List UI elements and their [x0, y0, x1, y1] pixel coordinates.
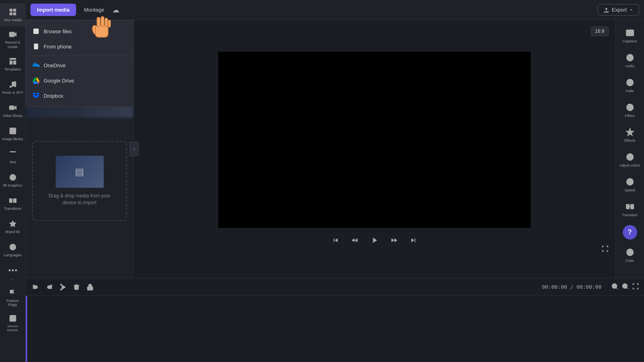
svg-rect-30 — [626, 204, 629, 209]
dropbox-item[interactable]: Dropbox — [26, 88, 133, 103]
weather-icon[interactable]: ☁ — [112, 6, 119, 14]
undo-button[interactable] — [30, 282, 41, 292]
sidebar-item-label-graphics: 88 Graphics — [3, 183, 22, 188]
zoom-out-button[interactable] — [611, 283, 618, 292]
rewind-button[interactable] — [330, 235, 341, 246]
drag-drop-area[interactable]: ▤ Drag & drop media from your device to … — [32, 141, 127, 221]
zoom-controls — [611, 283, 639, 292]
audio-label: Audio — [625, 64, 634, 68]
svg-rect-7 — [13, 60, 16, 64]
fullscreen-button[interactable] — [602, 245, 609, 254]
sidebar-item-label-video: Video library — [3, 114, 23, 118]
svg-rect-10 — [9, 105, 14, 110]
cut-button[interactable] — [58, 282, 68, 292]
speed-label: Speed — [624, 188, 635, 193]
export-button[interactable]: Export — [598, 4, 639, 16]
sidebar-item-text[interactable]: Text — [0, 145, 25, 169]
svg-point-34 — [60, 284, 62, 285]
speed-icon — [625, 177, 635, 187]
fit-timeline-button[interactable] — [632, 283, 639, 292]
audio-icon — [625, 53, 635, 62]
sidebar-item-label-languages: Languages — [4, 253, 22, 257]
sidebar-item-brand-kit[interactable]: Brand kit — [0, 215, 25, 238]
sidebar-item-image-library[interactable]: Image library — [0, 122, 25, 145]
lock-button[interactable] — [85, 282, 95, 292]
onedrive-item[interactable]: OneDrive — [26, 58, 133, 73]
help-button[interactable]: ? — [623, 225, 637, 239]
sidebar-item-label-templates: Templates — [4, 67, 21, 72]
zoom-in-button[interactable] — [622, 283, 629, 292]
sidebar-item-graphics[interactable]: 88 Graphics — [0, 169, 25, 192]
svg-rect-3 — [13, 12, 16, 15]
effects-label: Effects — [624, 139, 635, 143]
sidebar-item-label-your-media: Your media — [4, 18, 22, 22]
svg-point-18 — [12, 269, 14, 271]
right-panel-fade[interactable]: Fade — [616, 73, 644, 98]
svg-point-9 — [14, 85, 16, 87]
right-panel-adjust-colors[interactable]: Adjust colors — [616, 147, 644, 172]
music-icon — [8, 80, 18, 89]
svg-rect-6 — [9, 60, 12, 64]
right-panel-effects[interactable]: Effects — [616, 123, 644, 147]
from-phone-item[interactable]: From phone — [26, 39, 133, 54]
right-panel-color[interactable]: Color — [616, 243, 644, 267]
sidebar-item-music-sfx[interactable]: Music & SFX — [0, 76, 25, 99]
svg-point-8 — [9, 85, 12, 88]
video-preview — [218, 52, 531, 228]
right-panel-transition[interactable]: Transition — [616, 197, 644, 222]
sidebar-item-languages[interactable]: Languages — [0, 238, 25, 261]
text-icon — [8, 149, 18, 159]
play-button[interactable] — [368, 234, 380, 246]
time-separator: / — [570, 284, 577, 290]
right-panel-audio[interactable]: Audio — [616, 48, 644, 73]
graphics-icon — [8, 173, 18, 182]
templates-icon — [8, 56, 18, 66]
top-bar-right: Export — [598, 4, 639, 16]
delete-button[interactable] — [71, 282, 82, 292]
timeline-tracks[interactable] — [26, 296, 644, 362]
sidebar-item-record-create[interactable]: Record & create — [0, 26, 25, 52]
sidebar-item-label-music: Music & SFX — [2, 90, 23, 95]
video-icon — [8, 103, 18, 113]
sidebar-item-label-more: ... — [11, 276, 14, 281]
svg-rect-4 — [9, 32, 14, 37]
svg-rect-1 — [13, 9, 16, 12]
right-panel-speed[interactable]: Speed — [616, 172, 644, 197]
media-thumbnail-icon: ▤ — [75, 166, 84, 177]
brand-icon — [8, 219, 18, 229]
back-frame-button[interactable] — [349, 235, 360, 246]
sidebar-item-label-feature-flags: Feature Flags — [2, 299, 24, 308]
sidebar-item-video-library[interactable]: Video library — [0, 99, 25, 122]
redo-button[interactable] — [44, 282, 54, 292]
adjust-colors-icon — [625, 152, 635, 162]
collapse-panel-button[interactable]: ‹ — [129, 142, 139, 156]
montage-button[interactable]: Montage — [79, 4, 109, 16]
google-drive-item[interactable]: Google Drive — [26, 73, 133, 88]
import-media-button[interactable]: Import media — [30, 4, 76, 16]
time-total: 00:00:00 — [576, 284, 602, 290]
grid-icon — [8, 7, 18, 17]
browse-files-item[interactable]: Browse files — [26, 24, 133, 39]
svg-rect-15 — [13, 198, 16, 203]
languages-icon — [8, 242, 18, 252]
left-sidebar: Your media Record & create Templates Mus… — [0, 0, 26, 362]
sidebar-item-version[interactable]: Version94c63fc — [0, 310, 25, 335]
sidebar-item-your-media[interactable]: Your media — [0, 3, 25, 26]
right-panel-captions[interactable]: Captions — [616, 23, 644, 48]
google-drive-icon — [32, 77, 40, 84]
onedrive-label: OneDrive — [44, 62, 66, 68]
main-area: Import media Montage ☁ Export — [26, 0, 644, 362]
captions-icon — [625, 28, 635, 38]
time-current: 00:00:00 — [542, 284, 567, 290]
sidebar-item-feature-flags[interactable]: Feature Flags — [0, 285, 25, 311]
forward-frame-button[interactable] — [388, 235, 400, 246]
sidebar-item-templates[interactable]: Templates — [0, 52, 25, 76]
sidebar-item-transitions[interactable]: Transitions — [0, 192, 25, 215]
aspect-ratio-badge[interactable]: 16:9 — [591, 26, 609, 36]
captions-label: Captions — [623, 39, 637, 44]
right-panel-filters[interactable]: Filters — [616, 98, 644, 123]
flag-icon — [8, 288, 18, 298]
svg-point-23 — [36, 48, 36, 48]
sidebar-item-more[interactable]: ... — [0, 261, 25, 285]
skip-end-button[interactable] — [408, 235, 419, 246]
